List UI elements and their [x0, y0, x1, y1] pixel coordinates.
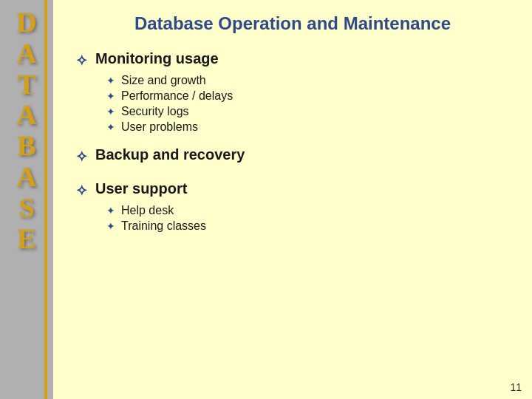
- bullet-monitoring: ✧ Monitoring usage: [75, 50, 510, 69]
- monitoring-label: Monitoring usage: [95, 50, 219, 67]
- sub-item-training: ✦ Training classes: [106, 219, 510, 233]
- sidebar-letter-t: T: [17, 69, 35, 100]
- user-support-label: User support: [95, 180, 187, 197]
- sidebar-letter-a1: A: [16, 38, 36, 69]
- diamond-sub-icon-4: ✦: [106, 121, 115, 133]
- diamond-sub-icon-5: ✦: [106, 205, 115, 216]
- user-support-sub-list: ✦ Help desk ✦ Training classes: [106, 204, 510, 233]
- diamond-icon-support: ✧: [75, 182, 88, 200]
- sub-item-security-label: Security logs: [121, 105, 189, 118]
- slide-content: Database Operation and Maintenance ✧ Mon…: [53, 0, 532, 399]
- bullet-user-support: ✧ User support: [75, 180, 510, 200]
- sidebar-letter-d: D: [16, 7, 36, 38]
- sub-item-security: ✦ Security logs: [106, 105, 510, 118]
- section-backup: ✧ Backup and recovery: [75, 146, 510, 170]
- slide-title: Database Operation and Maintenance: [75, 13, 510, 34]
- page-number: 11: [510, 381, 522, 393]
- sub-item-size: ✦ Size and growth: [106, 74, 510, 87]
- diamond-sub-icon-2: ✦: [106, 90, 115, 102]
- diamond-icon-monitoring: ✧: [75, 52, 88, 69]
- bullet-backup: ✧ Backup and recovery: [75, 146, 510, 166]
- sidebar-letter-a2: A: [16, 100, 36, 131]
- sidebar-letter-b: B: [17, 131, 35, 162]
- sub-item-user-problems-label: User problems: [121, 120, 198, 134]
- sub-item-user-problems: ✦ User problems: [106, 120, 510, 134]
- sidebar-letter-e: E: [17, 224, 35, 255]
- backup-label: Backup and recovery: [95, 146, 245, 163]
- monitoring-sub-list: ✦ Size and growth ✦ Performance / delays…: [106, 74, 510, 134]
- diamond-sub-icon-1: ✦: [106, 75, 115, 86]
- sub-item-training-label: Training classes: [121, 219, 206, 233]
- diamond-icon-backup: ✧: [75, 148, 88, 166]
- sub-item-help-desk-label: Help desk: [121, 204, 174, 217]
- sidebar: D A T A B A S E: [0, 0, 53, 399]
- sub-item-performance-label: Performance / delays: [121, 89, 233, 103]
- section-monitoring: ✧ Monitoring usage ✦ Size and growth ✦ P…: [75, 50, 510, 136]
- diamond-sub-icon-3: ✦: [106, 106, 115, 117]
- sidebar-line: [44, 0, 47, 399]
- sidebar-letter-a3: A: [16, 162, 36, 193]
- sub-item-size-label: Size and growth: [121, 74, 206, 87]
- diamond-sub-icon-6: ✦: [106, 220, 115, 232]
- sub-item-performance: ✦ Performance / delays: [106, 89, 510, 103]
- sidebar-letter-s: S: [18, 193, 34, 224]
- section-user-support: ✧ User support ✦ Help desk ✦ Training cl…: [75, 180, 510, 235]
- sub-item-help-desk: ✦ Help desk: [106, 204, 510, 217]
